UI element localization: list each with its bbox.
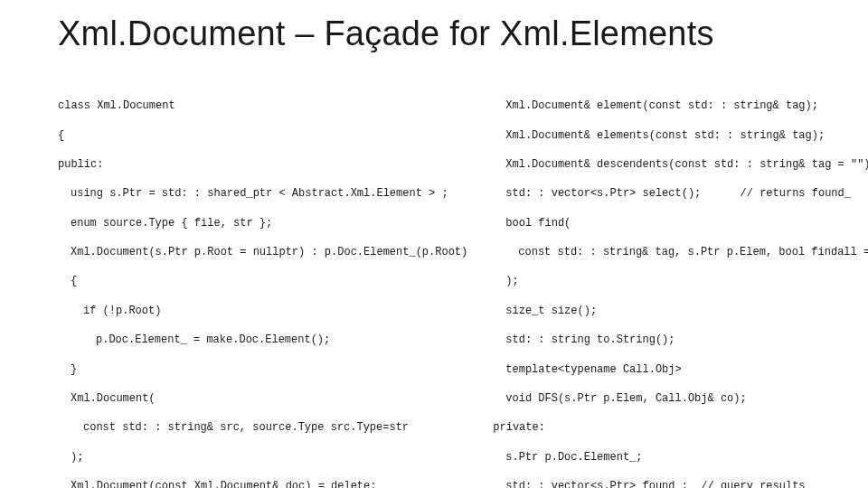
code-line: if (!p.Root) xyxy=(58,304,467,318)
code-line: template<typename Call.Obj> xyxy=(493,362,868,377)
code-line: public: xyxy=(58,157,467,172)
code-line: Xml.Document( xyxy=(58,391,467,406)
code-line: private: xyxy=(493,420,868,435)
code-line: void DFS(s.Ptr p.Elem, Call.Obj& co); xyxy=(493,391,868,406)
code-columns: class Xml.Document { public: using s.Ptr… xyxy=(58,84,825,488)
code-column-left: class Xml.Document { public: using s.Ptr… xyxy=(58,84,467,488)
slide: Xml.Document – Façade for Xml.Elements c… xyxy=(0,0,868,488)
code-line: class Xml.Document xyxy=(58,99,467,113)
code-line: enum source.Type { file, str }; xyxy=(58,216,467,230)
slide-title: Xml.Document – Façade for Xml.Elements xyxy=(58,14,825,53)
code-line: std: : string to.String(); xyxy=(493,333,868,347)
code-line: std: : vector<s.Ptr> found_; // query re… xyxy=(493,479,868,488)
code-line: Xml.Document& element(const std: : strin… xyxy=(493,99,868,113)
code-line: size_t size(); xyxy=(493,304,868,318)
code-line: std: : vector<s.Ptr> select(); // return… xyxy=(493,186,868,201)
code-line: Xml.Document& descendents(const std: : s… xyxy=(493,157,868,172)
code-line: const std: : string& src, source.Type sr… xyxy=(58,420,467,435)
code-line: s.Ptr p.Doc.Element_; xyxy=(493,450,868,465)
code-line: bool find( xyxy=(493,216,868,230)
code-line: const std: : string& tag, s.Ptr p.Elem, … xyxy=(493,245,868,259)
code-line: p.Doc.Element_ = make.Doc.Element(); xyxy=(58,333,467,347)
code-column-right: Xml.Document& element(const std: : strin… xyxy=(493,84,868,488)
code-line: Xml.Document(s.Ptr p.Root = nullptr) : p… xyxy=(58,245,467,259)
code-line: { xyxy=(58,128,467,143)
code-line: } xyxy=(58,362,467,377)
code-line: ); xyxy=(58,450,467,465)
code-line: { xyxy=(58,274,467,288)
code-line: using s.Ptr = std: : shared_ptr < Abstra… xyxy=(58,186,467,201)
code-line: Xml.Document& elements(const std: : stri… xyxy=(493,128,868,143)
code-line: ); xyxy=(493,274,868,288)
code-line: Xml.Document(const Xml.Document& doc) = … xyxy=(58,479,467,488)
